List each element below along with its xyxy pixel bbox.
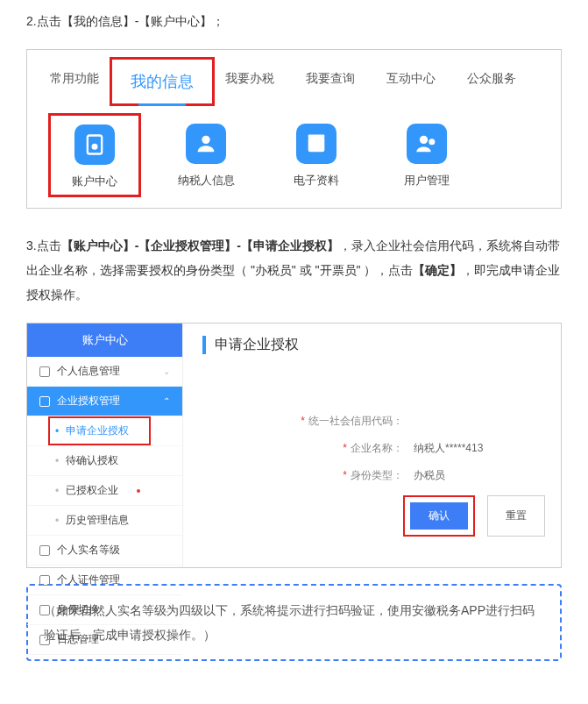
sidebar-title: 账户中心 bbox=[27, 324, 182, 357]
sidebar-item-label: 个人信息管理 bbox=[57, 364, 120, 379]
step3-text: 3.点击【账户中心】-【企业授权管理】-【申请企业授权】，录入企业社会信用代码，… bbox=[26, 233, 562, 307]
panel-title: 申请企业授权 bbox=[202, 336, 545, 354]
tab-query[interactable]: 我要查询 bbox=[290, 60, 371, 103]
sidebar-item-label: 历史管理信息 bbox=[66, 513, 129, 528]
menu-icon bbox=[39, 366, 50, 377]
sidebar-item-label: 个人实名等级 bbox=[57, 543, 120, 558]
form-value[interactable]: 办税员 bbox=[414, 468, 545, 483]
svg-point-6 bbox=[429, 139, 435, 145]
sidebar-item-identity-switch[interactable]: 身份切换 ⌄ bbox=[27, 595, 182, 625]
highlight-box: 账户中心 bbox=[48, 113, 141, 197]
icon-edoc[interactable]: 电子资料 bbox=[280, 124, 353, 190]
svg-rect-3 bbox=[308, 138, 325, 152]
sidebar: 账户中心 个人信息管理 ⌄ 企业授权管理 ⌃ • 申请企业授权 • 待确认授权 … bbox=[27, 324, 183, 567]
bullet-icon: • bbox=[55, 455, 59, 467]
icon-row: 账户中心 纳税人信息 电子资料 用户管理 bbox=[27, 108, 561, 190]
edoc-icon bbox=[296, 124, 337, 164]
bold-text: 【账户中心】-【企业授权管理】-【申请企业授权】 bbox=[61, 238, 339, 252]
reset-button[interactable]: 重置 bbox=[487, 495, 545, 537]
menu-icon bbox=[39, 635, 50, 645]
highlight-box bbox=[48, 416, 151, 445]
sidebar-item-label: 个人证件管理 bbox=[57, 572, 120, 587]
tab-common[interactable]: 常用功能 bbox=[34, 60, 115, 103]
bullet-icon: • bbox=[55, 515, 59, 527]
sidebar-sub-history[interactable]: • 历史管理信息 bbox=[27, 506, 182, 536]
svg-point-2 bbox=[202, 136, 209, 144]
sidebar-item-label: 已授权企业 bbox=[66, 483, 118, 498]
sidebar-item-realname-level[interactable]: 个人实名等级 bbox=[27, 536, 182, 565]
red-dot-icon bbox=[137, 489, 140, 493]
user-mgmt-icon bbox=[407, 124, 447, 164]
form-row-enterprise-name: 企业名称： 纳税人*****413 bbox=[202, 441, 545, 456]
sidebar-item-label: 待确认授权 bbox=[66, 453, 118, 468]
screenshot-1: 常用功能 我的信息 我要办税 我要查询 互动中心 公众服务 账户中心 纳税人信息 bbox=[26, 49, 562, 209]
form-row-identity-type: 身份类型： 办税员 bbox=[202, 468, 545, 483]
svg-point-1 bbox=[92, 144, 98, 150]
tab-my-info[interactable]: 我的信息 bbox=[115, 60, 209, 103]
chevron-down-icon: ⌄ bbox=[163, 605, 170, 615]
tab-interact[interactable]: 互动中心 bbox=[371, 60, 451, 103]
sidebar-item-enterprise-auth[interactable]: 企业授权管理 ⌃ bbox=[27, 387, 182, 416]
bold-text: 【确定】 bbox=[413, 263, 462, 277]
taxpayer-icon bbox=[186, 124, 226, 164]
sidebar-item-id-mgmt[interactable]: 个人证件管理 bbox=[27, 565, 182, 595]
icon-label: 纳税人信息 bbox=[178, 173, 235, 188]
form-label: 统一社会信用代码： bbox=[301, 414, 403, 429]
sidebar-sub-pending[interactable]: • 待确认授权 bbox=[27, 446, 182, 476]
tab-tax[interactable]: 我要办税 bbox=[209, 60, 290, 103]
svg-rect-4 bbox=[308, 135, 325, 139]
form-value: 纳税人*****413 bbox=[414, 441, 545, 456]
form-row-credit-code: 统一社会信用代码： bbox=[202, 414, 545, 429]
form-label: 企业名称： bbox=[315, 441, 403, 456]
icon-account-center[interactable]: 账户中心 bbox=[58, 124, 131, 189]
tab-public[interactable]: 公众服务 bbox=[451, 60, 532, 103]
sidebar-item-label: 身份切换 bbox=[57, 602, 99, 617]
icon-label: 用户管理 bbox=[404, 173, 450, 188]
chevron-down-icon: ⌄ bbox=[163, 366, 170, 376]
highlight-box bbox=[110, 57, 215, 106]
step2-text: 2.点击【我的信息】-【账户中心】； bbox=[26, 9, 562, 33]
icon-label: 电子资料 bbox=[294, 173, 339, 188]
menu-icon bbox=[39, 575, 50, 586]
sidebar-item-label: 日志管理 bbox=[57, 632, 99, 647]
button-row: 确认 重置 bbox=[202, 495, 545, 537]
text: 3.点击 bbox=[26, 238, 61, 252]
svg-point-5 bbox=[420, 136, 428, 144]
account-icon bbox=[74, 124, 115, 165]
form-label: 身份类型： bbox=[315, 468, 403, 483]
icon-user-mgmt[interactable]: 用户管理 bbox=[390, 124, 464, 190]
icon-taxpayer-info[interactable]: 纳税人信息 bbox=[169, 124, 243, 190]
sidebar-sub-apply-auth[interactable]: • 申请企业授权 bbox=[27, 416, 182, 446]
sidebar-sub-authorized[interactable]: • 已授权企业 bbox=[27, 476, 182, 506]
sidebar-item-label: 企业授权管理 bbox=[57, 394, 120, 409]
highlight-box: 确认 bbox=[403, 495, 475, 537]
sidebar-item-log-mgmt[interactable]: 日志管理 bbox=[27, 625, 182, 655]
screenshot-2: 账户中心 个人信息管理 ⌄ 企业授权管理 ⌃ • 申请企业授权 • 待确认授权 … bbox=[26, 323, 562, 568]
menu-icon bbox=[39, 396, 50, 407]
sidebar-item-personal-info[interactable]: 个人信息管理 ⌄ bbox=[27, 357, 182, 387]
menu-icon bbox=[39, 545, 50, 556]
bullet-icon: • bbox=[55, 485, 59, 497]
nav-tabs: 常用功能 我的信息 我要办税 我要查询 互动中心 公众服务 bbox=[27, 60, 561, 108]
icon-label: 账户中心 bbox=[72, 174, 117, 189]
confirm-button[interactable]: 确认 bbox=[410, 502, 468, 530]
chevron-up-icon: ⌃ bbox=[163, 396, 170, 406]
menu-icon bbox=[39, 605, 50, 615]
main-panel: 申请企业授权 统一社会信用代码： 企业名称： 纳税人*****413 身份类型：… bbox=[183, 324, 561, 567]
